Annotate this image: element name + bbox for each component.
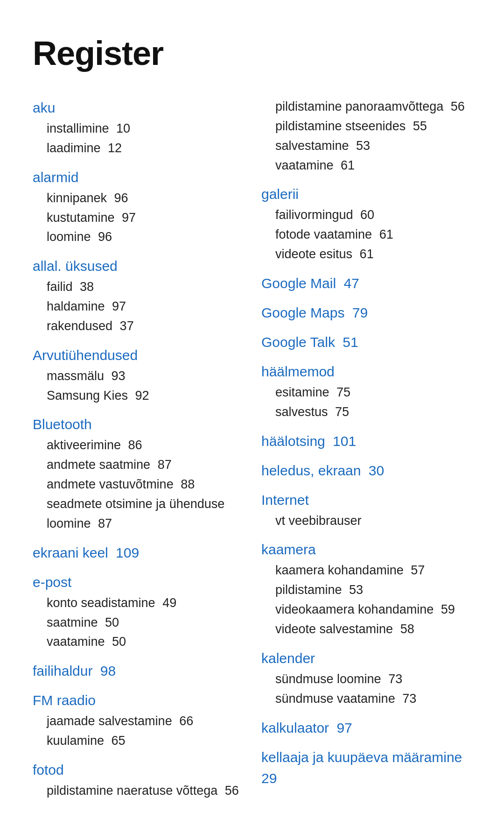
index-entry-kaamera: kaamerakaamera kohandamine 57pildistamin… [261, 539, 471, 639]
sub-item: seadmete otsimine ja ühenduse loomine 87 [47, 495, 243, 534]
sub-item: videote esitus 61 [275, 245, 471, 264]
sub-item-page: 37 [116, 319, 134, 333]
sub-items: aktiveerimine 86andmete saatmine 87andme… [33, 436, 243, 533]
sub-items: jaamade salvestamine 66kuulamine 65 [33, 712, 243, 751]
sub-item-page: 53 [353, 139, 371, 153]
sub-item: kustutamine 97 [47, 208, 243, 228]
sub-item-page: 59 [437, 602, 455, 616]
sub-items: konto seadistamine 49saatmine 50vaatamin… [33, 594, 243, 652]
sub-items: esitamine 75salvestus 75 [261, 383, 471, 422]
index-entry-fotod: fotodpildistamine naeratuse võttega 56 [33, 759, 243, 801]
entry-title: Google Mail 47 [261, 273, 471, 294]
index-entry-google-talk: Google Talk 51 [261, 332, 471, 353]
entry-title: galerii [261, 184, 471, 205]
sub-items: pildistamine naeratuse võttega 56 [33, 781, 243, 801]
entry-title: Google Talk 51 [261, 332, 471, 353]
sub-items: failivormingud 60fotode vaatamine 61vide… [261, 205, 471, 264]
sub-item: fotode vaatamine 61 [275, 225, 471, 245]
index-entry-google-maps: Google Maps 79 [261, 302, 471, 323]
sub-item: saatmine 50 [47, 613, 243, 633]
sub-item: kuulamine 65 [47, 731, 243, 751]
sub-item-page: 96 [111, 191, 128, 205]
sub-item-page: 73 [399, 692, 417, 706]
sub-item-page: 61 [337, 158, 355, 172]
sub-item-page: 75 [333, 385, 351, 399]
entry-page-num: 109 [112, 545, 139, 560]
entry-page-num: 51 [339, 334, 358, 350]
page-title: Register [33, 28, 471, 78]
sub-item: sündmuse loomine 73 [275, 670, 471, 689]
sub-item-page: 58 [397, 622, 414, 636]
sub-item-page: 86 [125, 438, 142, 452]
sub-item: aktiveerimine 86 [47, 436, 243, 455]
sub-item-page: 87 [95, 516, 112, 530]
sub-item-page: 50 [102, 615, 119, 629]
sub-items: pildistamine panoraamvõttega 56pildistam… [261, 97, 471, 175]
sub-item: pildistamine stseenides 55 [275, 117, 471, 136]
index-entry-heledus-ekraan: heledus, ekraan 30 [261, 460, 471, 481]
entry-title: e-post [33, 572, 243, 593]
sub-item-page: 60 [357, 208, 375, 222]
sub-item: Samsung Kies 92 [47, 386, 243, 406]
sub-item: installimine 10 [47, 119, 243, 139]
index-entry-kalender: kalendersündmuse loomine 73sündmuse vaat… [261, 648, 471, 709]
entry-title: alarmid [33, 167, 243, 188]
entry-title: Google Maps 79 [261, 302, 471, 323]
sub-item-page: 10 [113, 121, 131, 135]
index-entry-aku: akuinstallimine 10laadimine 12 [33, 97, 243, 158]
entry-page-num: 47 [340, 276, 359, 291]
sub-item: konto seadistamine 49 [47, 594, 243, 613]
index-entry-internet: Internetvt veebibrauser [261, 489, 471, 531]
index-entry-alarmid: alarmidkinnipanek 96kustutamine 97loomin… [33, 167, 243, 247]
sub-item-page: 38 [77, 280, 94, 294]
sub-items: installimine 10laadimine 12 [33, 119, 243, 158]
sub-items: sündmuse loomine 73sündmuse vaatamine 73 [261, 670, 471, 709]
entry-title: kaamera [261, 539, 471, 560]
index-entry-kellaaja-kuupaeva: kellaaja ja kuupäeva määramine 29 [261, 747, 471, 789]
sub-items: kinnipanek 96kustutamine 97loomine 96 [33, 189, 243, 247]
index-entry-fm-raadio: FM raadiojaamade salvestamine 66kuulamin… [33, 690, 243, 751]
index-entry-arvutiyhendusted: Arvutiühendusedmassmälu 93Samsung Kies 9… [33, 345, 243, 406]
sub-item-page: 87 [154, 458, 172, 472]
entry-title: Arvutiühendused [33, 345, 243, 366]
left-column: akuinstallimine 10laadimine 12alarmidkin… [33, 97, 261, 809]
index-entry-galerii: galeriifailivormingud 60fotode vaatamine… [261, 184, 471, 264]
sub-items: vt veebibrauser [261, 511, 471, 531]
sub-item-page: 93 [108, 369, 126, 383]
sub-item: vaatamine 61 [275, 156, 471, 176]
sub-item: rakendused 37 [47, 317, 243, 336]
entry-title: kellaaja ja kuupäeva määramine 29 [261, 747, 471, 789]
sub-item: vaatamine 50 [47, 632, 243, 652]
sub-item: andmete saatmine 87 [47, 455, 243, 475]
sub-item: failivormingud 60 [275, 205, 471, 225]
sub-item: failid 38 [47, 277, 243, 297]
entry-title: häälotsing 101 [261, 431, 471, 452]
sub-item: sündmuse vaatamine 73 [275, 689, 471, 709]
right-column: pildistamine panoraamvõttega 56pildistam… [261, 97, 471, 809]
index-entry-allal-uksused: allal. üksusedfailid 38haldamine 97raken… [33, 255, 243, 336]
sub-item: salvestamine 53 [275, 136, 471, 156]
sub-item: salvestus 75 [275, 403, 471, 422]
entry-title: FM raadio [33, 690, 243, 711]
entry-title: failihaldur 98 [33, 660, 243, 681]
sub-item-page: 96 [95, 230, 112, 244]
sub-item: vt veebibrauser [275, 511, 471, 531]
sub-item: laadimine 12 [47, 139, 243, 158]
sub-item-page: 92 [132, 389, 149, 403]
sub-items: failid 38haldamine 97rakendused 37 [33, 277, 243, 336]
index-entry-ekraani-keel: ekraani keel 109 [33, 542, 243, 563]
sub-item-page: 56 [447, 99, 465, 113]
sub-item-page: 61 [376, 227, 393, 241]
sub-item-page: 97 [109, 299, 126, 313]
sub-item-page: 61 [356, 247, 374, 261]
sub-item: videote salvestamine 58 [275, 620, 471, 639]
sub-item: kinnipanek 96 [47, 189, 243, 208]
sub-item: esitamine 75 [275, 383, 471, 403]
entry-title: häälmemod [261, 361, 471, 382]
index-entry-kalkulaator: kalkulaator 97 [261, 717, 471, 738]
sub-item: videokaamera kohandamine 59 [275, 600, 471, 620]
sub-item: jaamade salvestamine 66 [47, 712, 243, 731]
sub-item-page: 56 [221, 784, 239, 798]
entry-title: heledus, ekraan 30 [261, 460, 471, 481]
sub-item-page: 66 [176, 714, 194, 728]
